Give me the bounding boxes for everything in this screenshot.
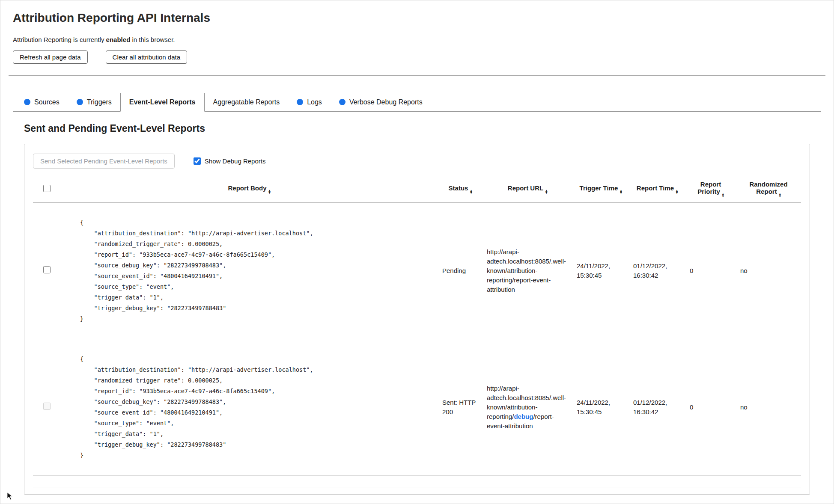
column-header-label: Report Body — [228, 184, 266, 192]
attribution-internals-page: Attribution Reporting API Internals Attr… — [0, 0, 834, 495]
table-header-row: Report Body▴▾Status▴▾Report URL▴▾Trigger… — [33, 175, 801, 203]
report-body-cell: { "attribution_destination": "http://ara… — [60, 203, 438, 339]
status-enabled-text: enabled — [106, 36, 131, 43]
reports-table-body: { "attribution_destination": "http://ara… — [33, 203, 801, 476]
table-footer — [33, 476, 801, 487]
panel-toolbar: Send Selected Pending Event-Level Report… — [33, 154, 801, 169]
clear-all-attribution-data-button[interactable]: Clear all attribution data — [106, 50, 187, 64]
tab-logs[interactable]: Logs — [288, 93, 331, 111]
report-body-json: { "attribution_destination": "http://ara… — [80, 354, 434, 461]
tab-label: Sources — [34, 98, 60, 106]
status-dot-icon — [297, 99, 303, 105]
status-suffix: in this browser. — [130, 36, 175, 43]
report-row: { "attribution_destination": "http://ara… — [33, 339, 801, 476]
report-priority-cell: 0 — [685, 203, 736, 339]
reports-table: Report Body▴▾Status▴▾Report URL▴▾Trigger… — [33, 175, 801, 476]
row-select-checkbox — [43, 403, 51, 410]
report-url-cell: http://arapi-adtech.localhost:8085/.well… — [483, 203, 572, 339]
report-time-cell: 01/12/2022, 16:30:42 — [629, 203, 685, 339]
column-header-trigger-time[interactable]: Trigger Time▴▾ — [572, 175, 629, 203]
column-header-label: Trigger Time — [580, 184, 618, 192]
column-header-label: Randomized Report — [749, 181, 787, 195]
mouse-cursor-icon — [7, 492, 13, 500]
column-header-status[interactable]: Status▴▾ — [438, 175, 483, 203]
status-dot-icon — [339, 99, 346, 105]
report-url-cell: http://arapi-adtech.localhost:8085/.well… — [483, 339, 572, 476]
section-heading: Sent and Pending Event-Level Reports — [24, 123, 821, 134]
column-header-report-body[interactable]: Report Body▴▾ — [60, 175, 438, 203]
sort-icon: ▴▾ — [722, 193, 724, 197]
column-header-report-priority[interactable]: Report Priority▴▾ — [685, 175, 736, 203]
randomized-report-cell: no — [736, 339, 801, 476]
select-all-checkbox[interactable] — [43, 185, 51, 192]
sort-icon: ▴▾ — [268, 190, 270, 194]
column-header-randomized-report[interactable]: Randomized Report▴▾ — [736, 175, 801, 203]
sort-icon: ▴▾ — [779, 193, 781, 197]
select-all-header-cell — [33, 175, 60, 203]
tab-verbose-debug-reports[interactable]: Verbose Debug Reports — [331, 93, 431, 111]
tab-aggregatable-reports[interactable]: Aggregatable Reports — [205, 93, 289, 111]
debug-link[interactable]: debug — [514, 413, 533, 420]
status-cell: Sent: HTTP 200 — [438, 339, 483, 476]
status-dot-icon — [77, 99, 83, 105]
tab-label: Event-Level Reports — [129, 98, 196, 106]
randomized-report-cell: no — [736, 203, 801, 339]
tab-event-level-reports[interactable]: Event-Level Reports — [120, 93, 205, 112]
show-debug-reports-toggle[interactable]: Show Debug Reports — [194, 157, 266, 165]
column-header-label: Report URL — [508, 184, 543, 192]
report-body-cell: { "attribution_destination": "http://ara… — [60, 339, 438, 476]
send-selected-pending-reports-button[interactable]: Send Selected Pending Event-Level Report… — [33, 154, 175, 169]
report-row: { "attribution_destination": "http://ara… — [33, 203, 801, 339]
url-text: http://arapi-adtech.localhost:8085/.well… — [487, 248, 566, 293]
report-priority-cell: 0 — [685, 339, 736, 476]
row-select-checkbox[interactable] — [43, 266, 51, 273]
sort-icon: ▴▾ — [620, 190, 622, 194]
tab-bar: SourcesTriggersEvent-Level ReportsAggreg… — [13, 93, 821, 112]
sort-icon: ▴▾ — [470, 190, 472, 194]
column-header-label: Report Time — [637, 184, 674, 192]
sort-icon: ▴▾ — [676, 190, 678, 194]
status-prefix: Attribution Reporting is currently — [13, 36, 106, 43]
status-cell: Pending — [438, 203, 483, 339]
status-line: Attribution Reporting is currently enabl… — [13, 36, 821, 43]
tab-label: Logs — [307, 98, 322, 106]
top-button-row: Refresh all page data Clear all attribut… — [13, 50, 821, 64]
tab-triggers[interactable]: Triggers — [68, 93, 120, 111]
row-select-cell — [33, 339, 60, 476]
divider — [9, 75, 825, 76]
tab-label: Verbose Debug Reports — [349, 98, 423, 106]
trigger-time-cell: 24/11/2022, 15:30:45 — [572, 339, 629, 476]
row-select-cell — [33, 203, 60, 339]
event-level-reports-panel: Send Selected Pending Event-Level Report… — [24, 144, 810, 495]
show-debug-checkbox[interactable] — [194, 157, 201, 165]
tab-sources[interactable]: Sources — [15, 93, 68, 111]
trigger-time-cell: 24/11/2022, 15:30:45 — [572, 203, 629, 339]
report-body-json: { "attribution_destination": "http://ara… — [80, 217, 434, 324]
refresh-all-page-data-button[interactable]: Refresh all page data — [13, 50, 88, 64]
show-debug-label: Show Debug Reports — [205, 157, 266, 165]
column-header-label: Status — [449, 184, 468, 192]
status-dot-icon — [24, 99, 30, 105]
reports-table-head: Report Body▴▾Status▴▾Report URL▴▾Trigger… — [33, 175, 801, 203]
column-header-label: Report Priority — [697, 181, 721, 195]
column-header-report-time[interactable]: Report Time▴▾ — [629, 175, 685, 203]
column-header-report-url[interactable]: Report URL▴▾ — [483, 175, 572, 203]
sort-icon: ▴▾ — [545, 190, 547, 194]
tab-label: Triggers — [87, 98, 112, 106]
page-title: Attribution Reporting API Internals — [13, 11, 821, 25]
report-time-cell: 01/12/2022, 16:30:42 — [629, 339, 685, 476]
tab-label: Aggregatable Reports — [213, 98, 280, 106]
